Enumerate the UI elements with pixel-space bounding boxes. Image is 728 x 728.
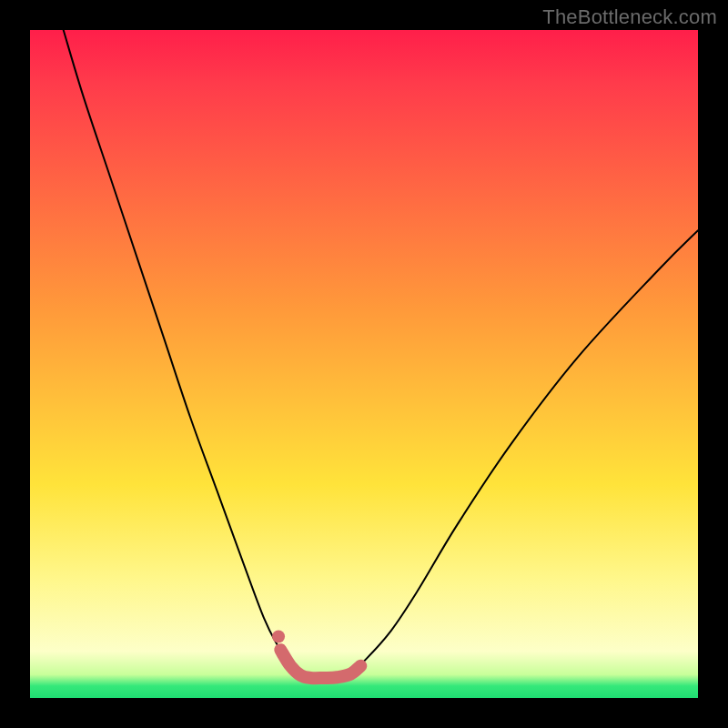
chart-frame: TheBottleneck.com <box>0 0 728 728</box>
optimal-zone-marker <box>280 650 360 678</box>
optimal-zone-extra-dot <box>272 630 285 642</box>
bottleneck-curve <box>64 30 698 678</box>
chart-svg <box>30 30 698 698</box>
watermark-text: TheBottleneck.com <box>542 5 717 29</box>
chart-plot-area <box>30 30 698 698</box>
